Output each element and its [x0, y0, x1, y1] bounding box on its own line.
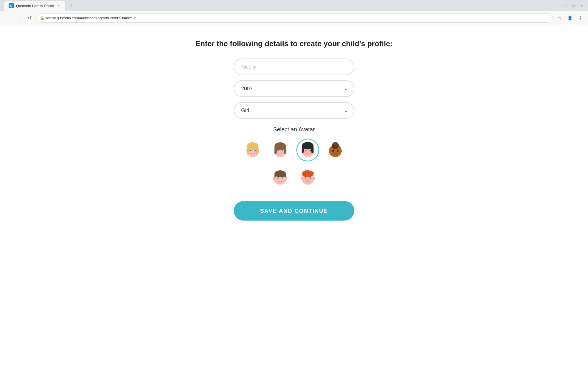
svg-point-37 [338, 150, 338, 151]
menu-icon[interactable]: ⋮ [576, 14, 584, 22]
svg-point-8 [252, 152, 253, 153]
svg-point-14 [282, 150, 283, 151]
svg-point-66 [310, 178, 311, 178]
svg-point-46 [286, 178, 287, 180]
page-content: Enter the following details to create yo… [0, 25, 588, 370]
svg-point-36 [333, 150, 334, 151]
svg-rect-3 [256, 146, 258, 154]
svg-point-64 [309, 177, 311, 179]
save-and-continue-button[interactable]: SAVE AND CONTINUE [234, 201, 354, 221]
svg-point-28 [303, 151, 305, 154]
svg-point-16 [283, 150, 283, 151]
svg-point-33 [334, 142, 337, 145]
lock-icon: 🔒 [40, 16, 45, 20]
gender-select[interactable]: Girl Boy [234, 102, 354, 119]
svg-point-26 [310, 150, 311, 151]
year-select[interactable]: 2007 2000 2001 2002 2003 2004 2005 2006 … [234, 80, 354, 97]
svg-point-47 [277, 177, 279, 179]
svg-point-65 [305, 178, 306, 178]
svg-point-49 [278, 178, 278, 178]
svg-point-5 [254, 150, 256, 151]
child-name-input[interactable] [234, 59, 354, 75]
svg-point-17 [280, 152, 281, 153]
bookmark-icon[interactable]: ☆ [556, 14, 564, 22]
svg-point-62 [313, 178, 315, 180]
new-tab-button[interactable]: + [67, 1, 76, 10]
window-controls: ─ □ × [563, 3, 584, 8]
minimize-button[interactable]: ─ [563, 3, 568, 8]
svg-point-35 [337, 150, 339, 152]
avatar-2[interactable] [269, 139, 292, 161]
svg-point-15 [278, 150, 278, 151]
svg-point-50 [283, 178, 283, 178]
gender-select-wrapper: Girl Boy ⌄ [234, 102, 354, 119]
avatar-section-label: Select an Avatar [234, 126, 354, 133]
browser-window: Q Qustodio Family Portal × + ─ □ × ← → ↺… [0, 0, 588, 370]
svg-point-34 [332, 150, 334, 152]
address-bar-right: ☆ 👤 ⋮ [556, 14, 584, 22]
avatar-grid [234, 139, 354, 189]
svg-point-25 [305, 150, 306, 151]
svg-rect-42 [284, 174, 286, 177]
svg-point-48 [282, 177, 283, 179]
svg-point-45 [274, 178, 275, 180]
maximize-button[interactable]: □ [571, 3, 576, 8]
back-button[interactable]: ← [4, 14, 12, 22]
svg-rect-2 [247, 146, 249, 154]
svg-point-38 [335, 152, 336, 153]
svg-point-4 [249, 150, 251, 151]
profile-icon[interactable]: 👤 [566, 14, 574, 22]
svg-point-24 [309, 150, 311, 152]
svg-point-23 [305, 150, 306, 152]
svg-point-29 [310, 151, 312, 154]
address-bar: ← → ↺ 🔒 family.qustodio.com/#/onboarding… [0, 11, 588, 25]
avatar-3[interactable] [296, 139, 319, 161]
tab-close-button[interactable]: × [56, 3, 61, 8]
svg-point-51 [280, 180, 281, 180]
svg-point-27 [307, 152, 308, 153]
reload-button[interactable]: ↺ [26, 14, 34, 22]
svg-point-67 [307, 180, 308, 180]
title-bar: Q Qustodio Family Portal × + ─ □ × [0, 0, 588, 11]
avatar-4[interactable] [324, 139, 347, 161]
svg-point-7 [255, 150, 256, 151]
svg-rect-11 [274, 146, 277, 154]
svg-point-13 [277, 150, 279, 151]
svg-point-63 [305, 177, 306, 179]
form-container: 2007 2000 2001 2002 2003 2004 2005 2006 … [234, 59, 354, 221]
svg-rect-41 [274, 174, 276, 177]
close-window-button[interactable]: × [579, 3, 584, 8]
title-bar-left: Q Qustodio Family Portal × + [4, 1, 76, 11]
avatar-1[interactable] [241, 139, 264, 161]
tab-favicon: Q [9, 3, 14, 8]
page-title: Enter the following details to create yo… [196, 39, 393, 48]
svg-rect-12 [284, 146, 286, 154]
url-text: family.qustodio.com/#/onboarding/add-chi… [46, 16, 136, 20]
avatar-5[interactable] [269, 166, 292, 189]
tab-title: Qustodio Family Portal [16, 4, 54, 8]
forward-button[interactable]: → [15, 14, 23, 22]
url-bar[interactable]: 🔒 family.qustodio.com/#/onboarding/add-c… [36, 13, 553, 23]
browser-tab[interactable]: Q Qustodio Family Portal × [4, 1, 66, 11]
svg-point-6 [250, 150, 251, 151]
avatar-6[interactable] [296, 166, 319, 189]
svg-point-61 [301, 178, 303, 180]
avatar-section: Select an Avatar [234, 126, 354, 189]
year-select-wrapper: 2007 2000 2001 2002 2003 2004 2005 2006 … [234, 80, 354, 97]
